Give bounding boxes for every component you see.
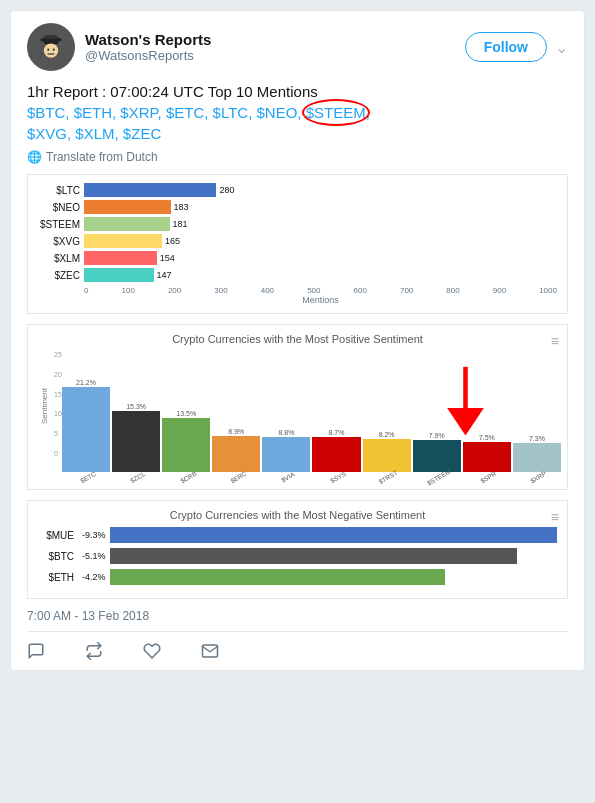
x-tick-800: 800: [446, 286, 459, 295]
bar-row-neo: $NEO 183: [38, 200, 557, 214]
bar-value-zec: 147: [157, 270, 172, 280]
x-tick-300: 300: [214, 286, 227, 295]
v-fill-spr: [463, 442, 511, 472]
steem-highlight: $STEEM: [306, 102, 366, 123]
bar-outer-xlm: 154: [84, 251, 557, 265]
neg-outer-eth: -4.2%: [78, 569, 557, 585]
bar-row-xvg: $XVG 165: [38, 234, 557, 248]
tweet-header: Watson's Reports @WatsonsReports Follow …: [27, 23, 568, 71]
bar-label-zec: $ZEC: [38, 270, 80, 281]
bar-outer-xvg: 165: [84, 234, 557, 248]
neg-fill-mue: [110, 527, 557, 543]
v-fill-zcl: [112, 411, 160, 472]
svg-point-2: [44, 35, 58, 40]
svg-point-3: [44, 43, 58, 57]
v-bar-etc: 21.2% $ETC: [62, 379, 110, 481]
chevron-down-icon[interactable]: ⌄: [555, 38, 568, 57]
bar-fill-steem: [84, 217, 170, 231]
translate-line: 🌐 Translate from Dutch: [27, 150, 568, 164]
v-pct-etc: 21.2%: [76, 379, 96, 386]
neg-outer-btc: -5.1%: [78, 548, 557, 564]
v-fill-via: [262, 437, 310, 472]
retweet-icon: [85, 642, 103, 660]
v-pct-erc: 8.9%: [228, 428, 244, 435]
x-tick-0: 0: [84, 286, 88, 295]
bar-label-ltc: $LTC: [38, 185, 80, 196]
x-tick-700: 700: [400, 286, 413, 295]
tweet-card: Watson's Reports @WatsonsReports Follow …: [10, 10, 585, 671]
x-tick-200: 200: [168, 286, 181, 295]
bar-fill-xlm: [84, 251, 157, 265]
chart3-menu-icon[interactable]: ≡: [551, 509, 559, 525]
v-fill-etc: [62, 387, 110, 472]
bar-row-zec: $ZEC 147: [38, 268, 557, 282]
neg-value-btc: -5.1%: [82, 551, 106, 561]
svg-point-4: [47, 49, 49, 51]
x-tick-1000: 1000: [539, 286, 557, 295]
bar-row-ltc: $LTC 280: [38, 183, 557, 197]
like-button[interactable]: [143, 642, 161, 664]
chart-menu-icon[interactable]: ≡: [551, 333, 559, 349]
v-bar-zcl: 15.3% $ZCL: [112, 403, 160, 481]
neg-bar-eth: $ETH -4.2%: [38, 569, 557, 585]
v-bar-crb: 13.5% $CRB: [162, 410, 210, 481]
retweet-button[interactable]: [85, 642, 103, 664]
chart3-title: Crypto Currencies with the Most Negative…: [38, 509, 557, 521]
bar-fill-neo: [84, 200, 171, 214]
reply-icon: [27, 642, 45, 660]
mentions-chart: $LTC 280 $NEO 183 $STEEM 181: [27, 174, 568, 314]
user-info: Watson's Reports @WatsonsReports: [27, 23, 211, 71]
bar-value-neo: 183: [174, 202, 189, 212]
v-pct-via: 8.8%: [278, 429, 294, 436]
bar-value-xvg: 165: [165, 236, 180, 246]
x-axis-ticks: 0 100 200 300 400 500 600 700 800 900 10…: [84, 286, 557, 295]
neg-fill-eth: [110, 569, 445, 585]
neg-fill-btc: [110, 548, 517, 564]
v-pct-trst: 8.2%: [379, 431, 395, 438]
vertical-bars: 21.2% $ETC 15.3% $ZCL 13.5% $CRB: [34, 351, 561, 481]
reply-button[interactable]: [27, 642, 45, 664]
negative-sentiment-chart: Crypto Currencies with the Most Negative…: [27, 500, 568, 599]
mail-icon: [201, 642, 219, 660]
neg-outer-mue: -9.3%: [78, 527, 557, 543]
v-pct-zcl: 15.3%: [126, 403, 146, 410]
mail-button[interactable]: [201, 642, 219, 664]
bar-value-xlm: 154: [160, 253, 175, 263]
svg-marker-8: [447, 408, 484, 436]
v-fill-sys: [312, 437, 360, 472]
follow-button[interactable]: Follow: [465, 32, 547, 62]
v-fill-erc: [212, 436, 260, 472]
v-name-via: $VIA: [280, 470, 296, 483]
tweet-text: 1hr Report : 07:00:24 UTC Top 10 Mention…: [27, 81, 568, 144]
chart2-wrapper: Sentiment 25 20 15 10 5 0 21.2% $ETC: [34, 351, 561, 481]
user-names: Watson's Reports @WatsonsReports: [85, 31, 211, 63]
neg-label-eth: $ETH: [38, 572, 74, 583]
tweet-timestamp: 7:00 AM - 13 Feb 2018: [27, 609, 568, 623]
v-bar-sys: 8.7% $SYS: [312, 429, 360, 481]
bar-fill-xvg: [84, 234, 162, 248]
v-fill-crb: [162, 418, 210, 472]
bar-value-steem: 181: [173, 219, 188, 229]
bar-outer-zec: 147: [84, 268, 557, 282]
bar-label-xlm: $XLM: [38, 253, 80, 264]
svg-rect-6: [47, 53, 54, 54]
v-pct-crb: 13.5%: [176, 410, 196, 417]
x-tick-900: 900: [493, 286, 506, 295]
globe-icon: 🌐: [27, 150, 42, 164]
x-tick-500: 500: [307, 286, 320, 295]
neg-label-mue: $MUE: [38, 530, 74, 541]
bar-row-xlm: $XLM 154: [38, 251, 557, 265]
neg-value-eth: -4.2%: [82, 572, 106, 582]
avatar: [27, 23, 75, 71]
display-name: Watson's Reports: [85, 31, 211, 48]
chart2-title: Crypto Currencies with the Most Positive…: [34, 333, 561, 345]
username: @WatsonsReports: [85, 48, 211, 63]
bar-chart-mentions: $LTC 280 $NEO 183 $STEEM 181: [38, 183, 557, 305]
bar-outer-ltc: 280: [84, 183, 557, 197]
neg-label-btc: $BTC: [38, 551, 74, 562]
v-bar-erc: 8.9% $ERC: [212, 428, 260, 481]
v-bar-xrp: 7.3% $XRP: [513, 435, 561, 481]
translate-text: Translate from Dutch: [46, 150, 158, 164]
v-fill-trst: [363, 439, 411, 472]
neg-bar-mue: $MUE -9.3%: [38, 527, 557, 543]
